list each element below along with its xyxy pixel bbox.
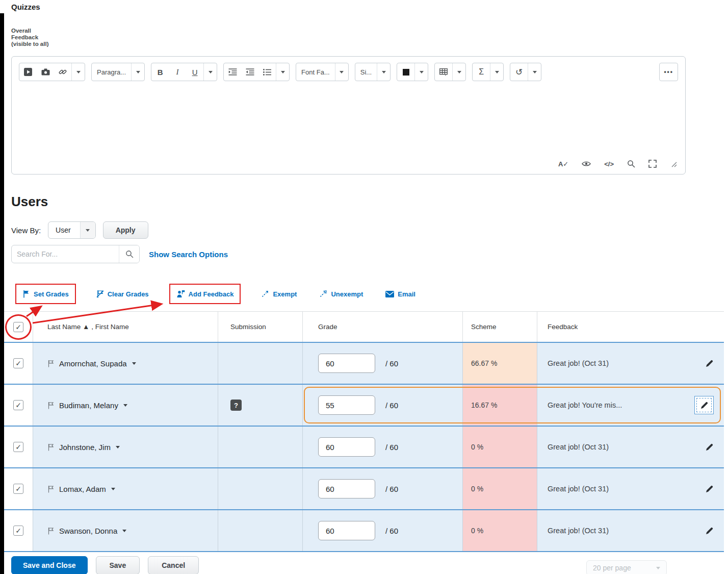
font-size-select[interactable]: Si... bbox=[355, 63, 391, 81]
student-dropdown-icon[interactable] bbox=[122, 530, 126, 532]
equation-icon[interactable]: Σ bbox=[473, 63, 490, 81]
insert-dropdown-icon[interactable] bbox=[71, 63, 85, 81]
edit-feedback-focused[interactable] bbox=[694, 396, 714, 414]
unexempt-button[interactable]: Unexempt bbox=[317, 284, 365, 304]
save-and-close-button[interactable]: Save and Close bbox=[11, 556, 88, 574]
student-dropdown-icon[interactable] bbox=[123, 404, 127, 407]
view-by-chevron-icon bbox=[80, 222, 95, 238]
font-family-select[interactable]: Font Fa... bbox=[296, 63, 349, 81]
html-source-icon[interactable]: </> bbox=[604, 160, 614, 168]
preview-icon[interactable] bbox=[582, 161, 591, 167]
more-options-icon[interactable]: ••• bbox=[660, 63, 678, 81]
word-count-icon[interactable] bbox=[627, 160, 635, 168]
save-button[interactable]: Save bbox=[96, 556, 140, 574]
unexempt-label: Unexempt bbox=[331, 290, 363, 298]
grade-input[interactable] bbox=[318, 437, 375, 457]
undo-select[interactable]: ↺ bbox=[510, 63, 541, 81]
header-feedback: Feedback bbox=[537, 312, 724, 342]
font-size-dropdown-icon[interactable] bbox=[377, 63, 390, 81]
add-feedback-button[interactable]: Add Feedback bbox=[169, 284, 241, 304]
student-name-cell[interactable]: Johnstone, Jim bbox=[33, 427, 218, 467]
undo-dropdown-icon[interactable] bbox=[528, 63, 541, 81]
student-name-cell[interactable]: Amornchat, Supada bbox=[33, 343, 218, 384]
exempt-button[interactable]: Exempt bbox=[259, 284, 299, 304]
search-icon[interactable] bbox=[119, 245, 139, 263]
grade-input[interactable] bbox=[318, 479, 375, 498]
indent-right-icon[interactable] bbox=[224, 63, 241, 81]
cancel-button[interactable]: Cancel bbox=[148, 556, 199, 574]
scheme-value: 0 % bbox=[471, 527, 483, 535]
edit-feedback-icon[interactable] bbox=[705, 443, 714, 452]
page-title: Quizzes bbox=[11, 2, 728, 12]
grade-out-of: / 60 bbox=[385, 527, 398, 535]
paragraph-style-select[interactable]: Paragra... bbox=[91, 63, 145, 81]
student-name: Swanson, Donna bbox=[59, 527, 117, 535]
checkbox-check-icon: ✓ bbox=[15, 485, 21, 492]
font-color-select[interactable] bbox=[397, 63, 428, 81]
underline-button[interactable]: U bbox=[186, 63, 203, 81]
search-input[interactable] bbox=[12, 250, 119, 258]
table-row: ✓ Budiman, Melany ? / 60 16.67 % Great j… bbox=[4, 384, 724, 426]
equation-dropdown-icon[interactable] bbox=[490, 63, 503, 81]
submission-cell bbox=[218, 427, 303, 467]
italic-button[interactable]: I bbox=[169, 63, 186, 81]
fullscreen-icon[interactable] bbox=[648, 160, 657, 168]
table-insert-select[interactable] bbox=[434, 63, 466, 81]
font-color-dropdown-icon[interactable] bbox=[414, 63, 428, 81]
grade-input[interactable] bbox=[318, 521, 375, 540]
header-name-label: Last Name ▲ , First Name bbox=[47, 323, 129, 331]
insert-image-icon[interactable] bbox=[37, 63, 54, 81]
insert-link-icon[interactable] bbox=[54, 63, 71, 81]
insert-stuff-icon[interactable] bbox=[19, 63, 37, 81]
format-dropdown-icon[interactable] bbox=[203, 63, 217, 81]
checkbox-check-icon: ✓ bbox=[15, 402, 21, 409]
student-dropdown-icon[interactable] bbox=[116, 446, 120, 448]
grade-cell: / 60 bbox=[303, 385, 463, 426]
submission-question-icon[interactable]: ? bbox=[230, 400, 242, 411]
row-checkbox[interactable]: ✓ bbox=[13, 358, 23, 368]
student-dropdown-icon[interactable] bbox=[111, 488, 115, 490]
row-checkbox[interactable]: ✓ bbox=[13, 400, 23, 410]
grade-input[interactable] bbox=[318, 395, 375, 415]
grade-cell: / 60 bbox=[303, 343, 463, 384]
row-checkbox[interactable]: ✓ bbox=[13, 526, 23, 536]
row-checkbox[interactable]: ✓ bbox=[13, 484, 23, 494]
bold-button[interactable]: B bbox=[151, 63, 169, 81]
accessibility-checker-icon[interactable]: A✓ bbox=[558, 160, 568, 168]
grade-input[interactable] bbox=[318, 354, 375, 373]
equation-select[interactable]: Σ bbox=[472, 63, 504, 81]
show-search-options-link[interactable]: Show Search Options bbox=[149, 250, 228, 259]
student-name-cell[interactable]: Budiman, Melany bbox=[33, 385, 218, 426]
edit-feedback-icon[interactable] bbox=[705, 359, 714, 368]
grade-cell: / 60 bbox=[303, 427, 463, 467]
undo-icon[interactable]: ↺ bbox=[510, 63, 528, 81]
clear-grades-button[interactable]: Clear Grades bbox=[94, 284, 151, 304]
feedback-editor[interactable]: Paragra... B I U bbox=[11, 56, 686, 174]
row-checkbox[interactable]: ✓ bbox=[13, 442, 23, 452]
bullet-list-icon[interactable] bbox=[258, 63, 276, 81]
apply-button[interactable]: Apply bbox=[103, 221, 148, 239]
list-dropdown-icon[interactable] bbox=[276, 63, 289, 81]
email-button[interactable]: Email bbox=[383, 284, 418, 304]
edit-feedback-icon[interactable] bbox=[705, 527, 714, 535]
per-page-select[interactable]: 20 per page bbox=[586, 560, 667, 574]
feedback-cell: Great job! (Oct 31) bbox=[537, 510, 724, 551]
indent-left-icon[interactable] bbox=[241, 63, 258, 81]
resize-grip-icon[interactable] bbox=[670, 160, 677, 167]
view-by-value: User bbox=[48, 226, 80, 234]
font-family-dropdown-icon[interactable] bbox=[335, 63, 348, 81]
student-name-cell[interactable]: Swanson, Donna bbox=[33, 510, 218, 551]
table-dropdown-icon[interactable] bbox=[452, 63, 465, 81]
student-dropdown-icon[interactable] bbox=[132, 362, 136, 365]
table-row: ✓ Amornchat, Supada / 60 66.67 % Great j… bbox=[4, 342, 724, 384]
select-all-checkbox[interactable]: ✓ bbox=[13, 322, 23, 332]
feedback-cell: Great job! (Oct 31) bbox=[537, 343, 724, 384]
insert-table-icon[interactable] bbox=[435, 63, 452, 81]
paragraph-dropdown-icon[interactable] bbox=[131, 63, 144, 81]
student-name-cell[interactable]: Lomax, Adam bbox=[33, 468, 218, 509]
font-color-icon[interactable] bbox=[397, 63, 414, 81]
view-by-select[interactable]: User bbox=[48, 221, 96, 239]
header-name[interactable]: Last Name ▲ , First Name bbox=[33, 312, 218, 342]
set-grades-button[interactable]: Set Grades bbox=[15, 284, 76, 304]
edit-feedback-icon[interactable] bbox=[705, 485, 714, 493]
